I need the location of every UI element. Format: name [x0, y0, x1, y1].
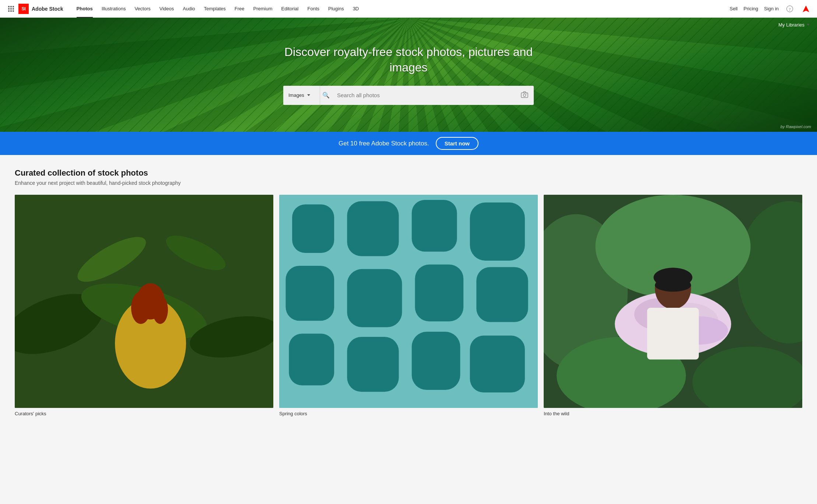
nav-link-vectors[interactable]: Vectors: [130, 0, 155, 18]
svg-rect-26: [476, 267, 528, 322]
search-type-dropdown[interactable]: Images: [283, 86, 320, 105]
section-title: Curated collection of stock photos: [15, 168, 802, 178]
svg-point-44: [655, 279, 691, 292]
svg-point-16: [152, 296, 168, 324]
search-type-label: Images: [288, 92, 304, 98]
nav-link-templates[interactable]: Templates: [200, 0, 230, 18]
nav-link-3d[interactable]: 3D: [348, 0, 364, 18]
main-nav: St Adobe Stock Photos Illustrations Vect…: [0, 0, 817, 18]
photo-card-1[interactable]: Curators' picks: [15, 195, 273, 416]
promo-bar: Get 10 free Adobe Stock photos. Start no…: [0, 132, 817, 155]
photo-image-3: [544, 195, 802, 408]
svg-rect-22: [470, 202, 525, 261]
my-libraries-button[interactable]: My Libraries: [778, 22, 810, 28]
photo-credit: by Rawpixel.com: [781, 124, 811, 129]
svg-point-4: [523, 94, 526, 96]
search-bar: Images 🔍: [283, 86, 534, 105]
hero-section: My Libraries Discover royalty-free stock…: [0, 18, 817, 132]
svg-rect-20: [347, 201, 399, 256]
nav-sell-link[interactable]: Sell: [730, 6, 738, 11]
hero-title: Discover royalty-free stock photos, pict…: [280, 45, 537, 75]
search-type-chevron-icon: [307, 94, 310, 96]
nav-right: Sell Pricing Sign in ?: [730, 4, 811, 14]
svg-rect-25: [415, 265, 464, 321]
svg-rect-29: [412, 332, 460, 390]
section-subtitle: Enhance your next project with beautiful…: [15, 180, 802, 186]
logo-box: St: [18, 4, 29, 14]
chevron-down-icon: [807, 24, 810, 26]
nav-link-illustrations[interactable]: Illustrations: [97, 0, 130, 18]
photo-image-1: [15, 195, 273, 408]
main-content: Curated collection of stock photos Enhan…: [0, 155, 817, 438]
svg-point-15: [131, 292, 151, 324]
nav-link-photos[interactable]: Photos: [72, 0, 97, 18]
svg-rect-3: [521, 93, 528, 98]
svg-marker-2: [803, 6, 809, 12]
help-icon[interactable]: ?: [785, 4, 795, 14]
nav-link-videos[interactable]: Videos: [155, 0, 179, 18]
photo-card-2[interactable]: Spring colors: [279, 195, 538, 416]
nav-link-audio[interactable]: Audio: [178, 0, 199, 18]
svg-rect-19: [292, 204, 334, 253]
nav-pricing-link[interactable]: Pricing: [744, 6, 758, 11]
promo-text: Get 10 free Adobe Stock photos.: [339, 140, 429, 147]
nav-link-plugins[interactable]: Plugins: [324, 0, 348, 18]
nav-link-premium[interactable]: Premium: [249, 0, 277, 18]
nav-link-editorial[interactable]: Editorial: [277, 0, 303, 18]
adobe-icon[interactable]: [801, 4, 811, 14]
logo-text: Adobe Stock: [32, 6, 63, 12]
photo-grid: Curators' picks: [15, 195, 802, 416]
photo-card-3[interactable]: Into the wild: [544, 195, 802, 416]
photo-caption-2: Spring colors: [279, 411, 538, 416]
search-icon: 🔍: [320, 92, 332, 99]
start-now-button[interactable]: Start now: [436, 137, 478, 150]
camera-search-icon[interactable]: [515, 91, 534, 100]
photo-caption-3: Into the wild: [544, 411, 802, 416]
svg-text:?: ?: [789, 7, 791, 11]
nav-signin-link[interactable]: Sign in: [764, 6, 779, 11]
search-input[interactable]: [332, 92, 515, 98]
svg-rect-42: [647, 308, 699, 359]
svg-rect-30: [470, 336, 525, 392]
svg-rect-21: [412, 200, 457, 251]
svg-rect-24: [347, 269, 402, 327]
nav-link-fonts[interactable]: Fonts: [303, 0, 324, 18]
svg-rect-27: [289, 334, 334, 385]
svg-rect-23: [286, 266, 334, 321]
photo-caption-1: Curators' picks: [15, 411, 273, 416]
nav-links: Photos Illustrations Vectors Videos Audi…: [72, 0, 730, 18]
svg-rect-28: [347, 337, 399, 392]
photo-image-2: [279, 195, 538, 408]
apps-menu-icon[interactable]: [6, 4, 16, 14]
nav-link-free[interactable]: Free: [230, 0, 249, 18]
brand-logo[interactable]: St Adobe Stock: [18, 4, 63, 14]
